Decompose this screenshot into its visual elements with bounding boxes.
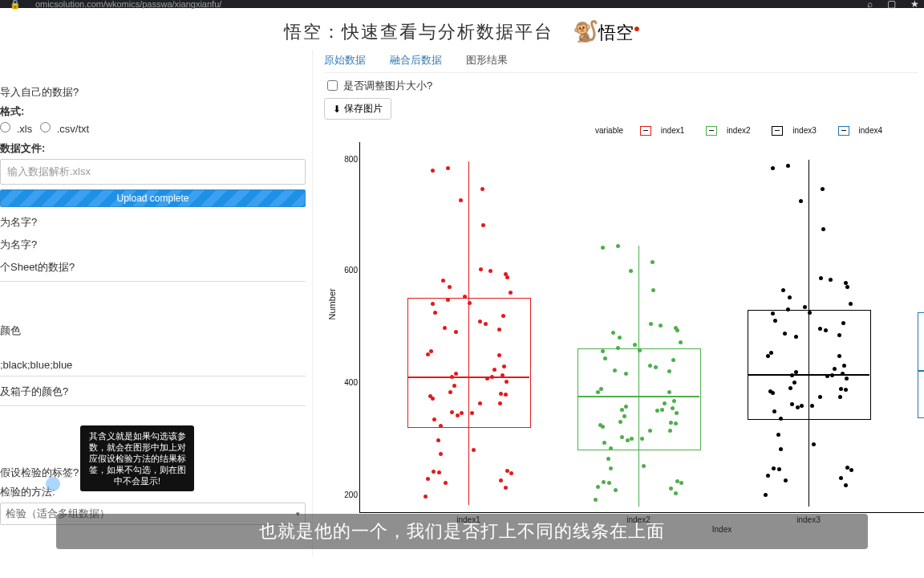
star-icon[interactable]: ★ <box>910 0 919 10</box>
color-label: 颜色 <box>0 324 306 338</box>
box-color-q: 及箱子的颜色? <box>0 385 306 399</box>
median-index1 <box>407 377 529 378</box>
box-index3 <box>748 310 871 420</box>
box-index4 <box>918 312 924 418</box>
tab-raw[interactable]: 原始数据 <box>324 53 366 67</box>
window-controls: ⌕ ▢ ★ <box>867 0 919 10</box>
tab-merged[interactable]: 融合后数据 <box>390 53 442 67</box>
ytick: 200 <box>340 490 358 499</box>
ytick: 600 <box>340 266 358 275</box>
help-tooltip: 其含义就是如果勾选该参数，就会在图形中加上对应假设检验方法的结果标签，如果不勾选… <box>80 425 194 491</box>
divider <box>0 405 306 406</box>
main-panel: 原始数据 融合后数据 图形结果 是否调整图片大小? ⬇ 保存图片 variabl… <box>313 50 924 556</box>
tab-chart[interactable]: 图形结果 <box>466 53 508 67</box>
chart-legend: variable index1 index2 index3 index4 <box>565 126 918 136</box>
import-own-data-q: 导入自己的数据? <box>0 85 306 100</box>
page-title: 悟空：快速查看与分析数据平台 <box>284 20 553 44</box>
video-subtitle: 也就是他的一个，我们是否打上不同的线条在上面 <box>56 514 868 549</box>
box-index2 <box>578 348 701 450</box>
format-label: 格式: <box>0 104 306 119</box>
y-axis <box>359 142 360 513</box>
cursor-highlight <box>46 477 60 491</box>
file-input[interactable]: 输入数据解析.xlsx <box>0 159 306 185</box>
save-image-button[interactable]: ⬇ 保存图片 <box>324 98 391 120</box>
y-axis-label: Number <box>327 289 337 320</box>
resize-checkbox[interactable]: 是否调整图片大小? <box>324 78 432 93</box>
page-header: 悟空：快速查看与分析数据平台 🐒悟空● <box>0 8 924 50</box>
tab-bar: 原始数据 融合后数据 图形结果 <box>324 53 918 73</box>
boxplot-chart: Number 200 400 600 800 <box>337 137 918 534</box>
download-icon: ⬇ <box>333 104 341 115</box>
upload-progress: Upload complete <box>0 189 306 207</box>
color-input[interactable]: ;black;blue;blue <box>0 354 306 377</box>
radio-csv[interactable]: .csv/txt <box>40 122 89 135</box>
search-icon[interactable]: ⌕ <box>867 0 873 10</box>
browser-chrome: 🔒 omicsolution.com/wkomics/passwa/xiangx… <box>0 0 924 8</box>
median-index3 <box>748 374 869 376</box>
median-index4 <box>918 370 924 372</box>
ytick: 400 <box>340 378 358 387</box>
sheet-q: 个Sheet的数据? <box>0 260 306 275</box>
lock-icon: 🔒 <box>10 0 21 10</box>
median-index2 <box>578 396 699 397</box>
brand-logo: 🐒悟空● <box>573 19 640 45</box>
row-name-q: 为名字? <box>0 215 306 230</box>
divider <box>0 281 306 282</box>
datafile-label: 数据文件: <box>0 141 306 156</box>
url-text: omicsolution.com/wkomics/passwa/xiangxia… <box>35 0 221 9</box>
radio-xls[interactable]: .xls <box>0 122 32 135</box>
ytick: 800 <box>340 155 358 164</box>
tabs-icon[interactable]: ▢ <box>887 0 896 10</box>
box-index1 <box>407 298 531 428</box>
col-name-q: 为名字? <box>0 238 306 252</box>
